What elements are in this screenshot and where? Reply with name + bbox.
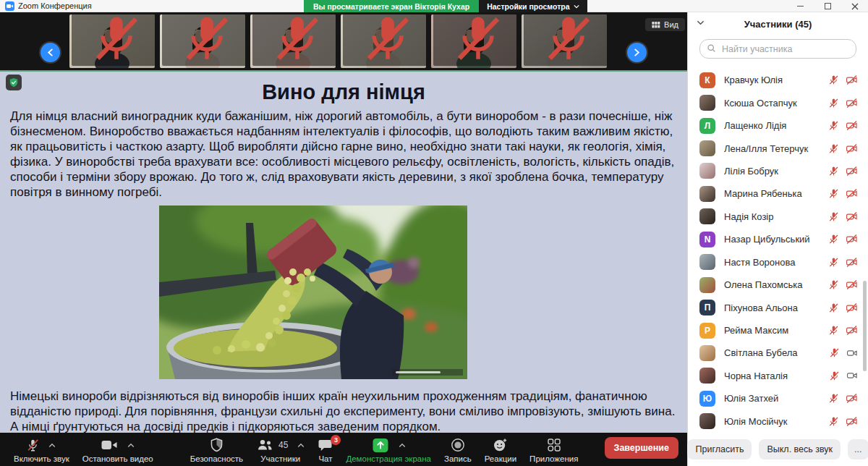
- video-thumbnail[interactable]: Думанська Настя: [522, 14, 607, 68]
- video-off-icon: [846, 279, 858, 290]
- participant-row[interactable]: Світлана Бубела: [688, 342, 868, 364]
- video-off-icon: [846, 257, 858, 268]
- encryption-shield-icon[interactable]: [6, 75, 22, 90]
- video-thumbnail[interactable]: Даша Горенська: [160, 14, 245, 68]
- view-mode-button[interactable]: Вид: [645, 18, 685, 31]
- participant-row[interactable]: Юлія Мосійчук: [688, 410, 868, 433]
- chevron-up-icon[interactable]: [127, 443, 135, 448]
- participant-row[interactable]: ККравчук Юлія: [688, 69, 868, 91]
- avatar: [699, 208, 715, 224]
- toolbar-reactions-button[interactable]: Реакции: [485, 437, 516, 463]
- apps-icon: [547, 438, 561, 452]
- participant-row[interactable]: ЮЮлія Затхей: [688, 387, 868, 410]
- toolbar-participants-button[interactable]: 45Участники: [256, 437, 305, 463]
- chevron-up-icon[interactable]: [48, 443, 56, 448]
- search-icon: [707, 43, 716, 56]
- window-titlebar: Zoom Конференция Вы просматриваете экран…: [0, 0, 868, 12]
- reactions-icon: [493, 438, 508, 452]
- chevron-up-icon[interactable]: [297, 443, 305, 448]
- participant-name: Марина Рябенька: [724, 188, 828, 199]
- share-banner: Вы просматриваете экран Вікторія Кухар: [304, 0, 479, 12]
- video-off-icon: [846, 211, 858, 222]
- participant-row[interactable]: Ксюша Остапчук: [688, 91, 868, 114]
- participant-row[interactable]: Марина Рябенька: [688, 182, 868, 205]
- zoom-logo-icon: [5, 1, 14, 11]
- toolbar-stop-video-button[interactable]: Остановить видео: [82, 437, 153, 463]
- mic-muted-icon: [74, 14, 155, 65]
- video-off-icon: [846, 120, 858, 131]
- scrollbar-thumb[interactable]: [863, 281, 867, 371]
- toolbar-share-screen-button[interactable]: Демонстрация экрана: [346, 437, 431, 463]
- stop-video-icon: [101, 439, 118, 452]
- participant-row[interactable]: Надія Козір: [688, 206, 868, 228]
- mute-all-button[interactable]: Выкл. весь звук: [759, 439, 841, 459]
- avatar: [699, 95, 715, 111]
- video-thumbnail[interactable]: Ірина Вівсюк: [341, 14, 426, 68]
- participant-row[interactable]: ЛЛащенко Лідія: [688, 114, 868, 137]
- chevron-right-icon: [633, 48, 641, 56]
- more-options-button[interactable]: ...: [848, 439, 868, 459]
- participant-row[interactable]: Лілія Бобрук: [688, 160, 868, 182]
- unmute-icon: [27, 438, 39, 453]
- panel-title: Участники (45): [744, 19, 812, 30]
- participant-search[interactable]: [699, 39, 856, 59]
- view-settings-button[interactable]: Настройки просмотра: [479, 0, 587, 12]
- mic-muted-icon: [435, 14, 516, 65]
- toolbar-unmute-button[interactable]: Включить звук: [14, 437, 69, 463]
- record-icon: [451, 438, 465, 452]
- video-thumbnail[interactable]: Чорна Наталія: [69, 14, 155, 68]
- participant-count: 45: [278, 440, 288, 450]
- avatar: [699, 186, 715, 202]
- mic-muted-icon: [255, 14, 336, 65]
- toolbar-label: Участники: [260, 454, 300, 463]
- participant-row[interactable]: Лена/Ілля Тетерчук: [688, 137, 868, 159]
- invite-button[interactable]: Пригласить: [687, 439, 752, 459]
- participant-row[interactable]: Настя Воронова: [688, 251, 868, 274]
- share-banner-group: Вы просматриваете экран Вікторія Кухар Н…: [304, 0, 587, 12]
- toolbar-apps-button[interactable]: Приложения: [529, 437, 578, 463]
- video-thumbnail[interactable]: Анна Стан: [250, 14, 336, 68]
- participant-row[interactable]: РРейма Максим: [688, 319, 868, 342]
- participant-name: Настя Воронова: [724, 257, 828, 268]
- mic-muted-icon: [828, 302, 839, 313]
- participant-row[interactable]: ППіхунова Альона: [688, 296, 868, 318]
- toolbar-security-button[interactable]: Безопасность: [190, 437, 243, 463]
- chevron-up-icon[interactable]: [399, 443, 406, 448]
- avatar: Л: [699, 118, 715, 134]
- prev-thumbnails-button[interactable]: [41, 43, 60, 62]
- video-off-icon: [846, 325, 858, 336]
- next-thumbnails-button[interactable]: [627, 43, 647, 62]
- shared-screen: Вино для німця Для німця власний виногра…: [0, 70, 687, 433]
- chat-icon: 3: [318, 439, 333, 452]
- maximize-button[interactable]: [823, 2, 832, 11]
- mic-muted-icon: [164, 14, 245, 65]
- avatar: К: [699, 72, 715, 88]
- thumbnail-name-badge: Чорна Наталія: [72, 14, 155, 66]
- toolbar-chat-button[interactable]: 3Чат: [318, 437, 333, 463]
- avatar: П: [699, 300, 715, 315]
- toolbar-label: Безопасность: [190, 454, 243, 463]
- toolbar-label: Чат: [318, 454, 332, 463]
- participant-row[interactable]: NНазар Цибульський: [688, 228, 868, 250]
- participant-row[interactable]: Олена Пахомська: [688, 274, 868, 296]
- participant-name: Світлана Бубела: [724, 347, 829, 358]
- search-input[interactable]: [720, 43, 849, 55]
- toolbar-label: Приложения: [529, 454, 578, 463]
- participant-row[interactable]: Чорна Наталія: [688, 365, 868, 387]
- collapse-panel-button[interactable]: [697, 20, 705, 26]
- avatar: [699, 254, 715, 270]
- video-thumbnail[interactable]: Катерина Антонюк (М...: [431, 14, 516, 68]
- close-button[interactable]: [851, 2, 859, 11]
- thumbnail-name-badge: Ірина Вівсюк: [343, 14, 426, 66]
- chevron-down-icon: [697, 20, 705, 26]
- participants-panel: Участники (45) ККравчук Юлія Ксюша Остап…: [687, 12, 868, 466]
- mic-muted-icon: [829, 370, 840, 381]
- grape-harvest-image: [159, 206, 467, 379]
- participant-name: Лілія Бобрук: [724, 166, 828, 177]
- avatar: [699, 368, 715, 384]
- toolbar-record-button[interactable]: Запись: [444, 437, 472, 463]
- mic-muted-icon: [828, 234, 839, 245]
- minimize-button[interactable]: [796, 2, 804, 11]
- end-meeting-button[interactable]: Завершение: [605, 437, 678, 459]
- app-title: Zoom Конференция: [18, 1, 92, 10]
